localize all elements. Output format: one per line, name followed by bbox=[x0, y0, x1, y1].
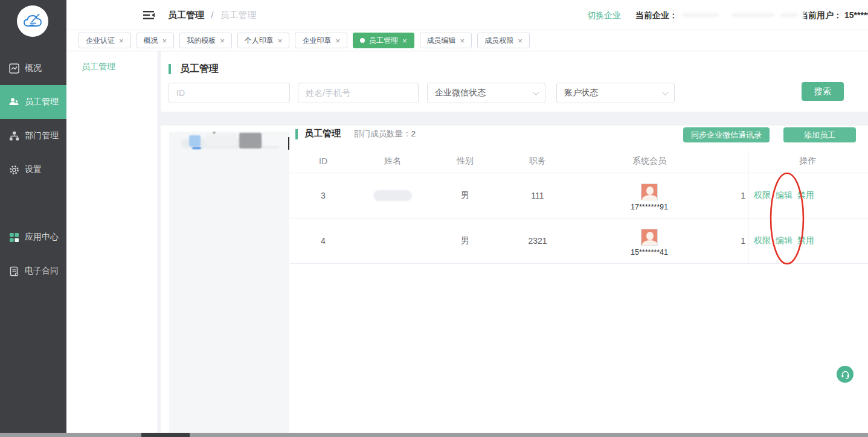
current-user-value: 15*******41 bbox=[844, 10, 868, 20]
search-button[interactable]: 搜索 bbox=[802, 82, 844, 101]
tab-overview[interactable]: 概况× bbox=[137, 33, 175, 48]
edit-link[interactable]: 编辑 bbox=[776, 190, 792, 201]
sidebar-item-label: 部门管理 bbox=[25, 130, 59, 141]
sidebar-item-label: 员工管理 bbox=[25, 97, 59, 107]
sidebar-item-label: 应用中心 bbox=[25, 232, 59, 243]
logo[interactable] bbox=[17, 5, 48, 37]
col-header-actions: 操作 bbox=[748, 150, 868, 173]
horizontal-scrollbar[interactable] bbox=[0, 433, 868, 437]
cell-actions: 权限 编辑 禁用 bbox=[748, 218, 868, 263]
cell-member: 17*******91 bbox=[574, 180, 725, 211]
member-count: 部门成员数量：2 bbox=[354, 129, 416, 139]
sidebar-item-departments[interactable]: 部门管理 bbox=[0, 119, 66, 153]
users-icon bbox=[8, 97, 19, 107]
current-user-label: 当前用户： bbox=[800, 10, 842, 21]
apps-icon bbox=[8, 232, 19, 243]
tab-enterprise-seal[interactable]: 企业印章× bbox=[295, 33, 347, 48]
close-icon[interactable]: × bbox=[518, 37, 522, 45]
sidebar: 概况 员工管理 部门管理 设置 bbox=[0, 0, 66, 437]
app-window: 概况 员工管理 部门管理 设置 bbox=[0, 0, 868, 437]
cell-actions: 权限 编辑 禁用 bbox=[748, 173, 868, 218]
cell-job: 111 bbox=[501, 191, 574, 200]
disable-link[interactable]: 禁用 bbox=[797, 235, 814, 246]
fixed-column-divider bbox=[748, 150, 748, 264]
clipped-cell: 1 bbox=[725, 191, 748, 200]
sidebar-item-e-contract[interactable]: 电子合同 bbox=[0, 254, 66, 288]
sidebar-item-app-center[interactable]: 应用中心 bbox=[0, 220, 66, 254]
sidebar-item-label: 概况 bbox=[25, 63, 42, 74]
current-company-label: 当前企业： bbox=[635, 10, 678, 21]
edit-link[interactable]: 编辑 bbox=[776, 235, 792, 246]
permissions-link[interactable]: 权限 bbox=[754, 235, 771, 246]
department-tree-panel[interactable] bbox=[169, 132, 289, 433]
col-header-name: 姓名 bbox=[356, 156, 429, 167]
col-header-job: 职务 bbox=[501, 156, 574, 167]
redacted-name bbox=[373, 190, 412, 201]
headset-icon bbox=[840, 369, 850, 380]
cell-job: 2321 bbox=[501, 236, 574, 246]
cell-id: 3 bbox=[290, 191, 356, 200]
sidebar-item-overview[interactable]: 概况 bbox=[0, 51, 66, 85]
cursor-artifact bbox=[288, 137, 289, 150]
close-icon[interactable]: × bbox=[119, 37, 124, 45]
table-row: 4 男 2321 15*******41 1 权限 编辑 禁用 bbox=[290, 218, 868, 264]
org-icon bbox=[8, 130, 19, 141]
tab-member-edit[interactable]: 成员编辑× bbox=[420, 33, 472, 48]
subsidebar-item-employees[interactable]: 员工管理 bbox=[66, 51, 158, 81]
member-phone: 15*******41 bbox=[631, 248, 668, 257]
cell-gender: 男 bbox=[429, 235, 501, 246]
active-tab-dot-icon bbox=[360, 38, 365, 43]
tab-my-templates[interactable]: 我的模板× bbox=[179, 33, 232, 48]
close-icon[interactable]: × bbox=[162, 37, 167, 45]
section-accent-bar bbox=[295, 129, 298, 139]
secondary-sidebar: 员工管理 bbox=[66, 51, 158, 433]
section-accent-bar bbox=[169, 64, 171, 74]
sidebar-item-settings[interactable]: 设置 bbox=[0, 153, 66, 187]
tab-member-permissions[interactable]: 成员权限× bbox=[477, 33, 530, 48]
content-panel: 员工管理 部门成员数量：2 同步企业微信通讯录 添加员工 ID 姓名 性别 职务… bbox=[161, 126, 868, 433]
cell-gender: 男 bbox=[429, 190, 501, 201]
sync-wechat-contacts-button[interactable]: 同步企业微信通讯录 bbox=[683, 127, 770, 142]
member-avatar bbox=[641, 229, 658, 246]
contract-icon bbox=[8, 266, 19, 276]
permissions-link[interactable]: 权限 bbox=[754, 190, 771, 201]
clipped-cell: 1 bbox=[725, 236, 748, 246]
table-header-row: ID 姓名 性别 职务 系统会员 操作 bbox=[290, 150, 868, 173]
cell-id: 4 bbox=[290, 236, 356, 246]
id-input[interactable] bbox=[169, 83, 290, 103]
col-header-id: ID bbox=[290, 156, 356, 166]
disable-link[interactable]: 禁用 bbox=[797, 190, 814, 201]
header: 员工管理 / 员工管理 切换企业 当前企业： 厂 当前用户： 15*******… bbox=[66, 0, 868, 30]
close-icon[interactable]: × bbox=[460, 37, 465, 45]
table-row: 3 男 111 17*******91 1 权限 编辑 禁用 bbox=[290, 173, 868, 218]
tab-employee-management[interactable]: 员工管理× bbox=[353, 33, 414, 48]
account-status-select[interactable]: 账户状态 bbox=[556, 83, 675, 103]
cloud-signature-logo-icon bbox=[21, 9, 45, 33]
member-phone: 17*******91 bbox=[631, 203, 668, 211]
col-header-member: 系统会员 bbox=[574, 156, 725, 167]
close-icon[interactable]: × bbox=[335, 37, 340, 45]
sidebar-item-label: 电子合同 bbox=[25, 266, 59, 276]
gear-icon bbox=[8, 164, 19, 175]
add-employee-button[interactable]: 添加员工 bbox=[783, 127, 856, 142]
sidebar-item-employees[interactable]: 员工管理 bbox=[0, 85, 66, 119]
wechat-status-select[interactable]: 企业微信状态 bbox=[427, 83, 545, 103]
help-support-button[interactable] bbox=[837, 366, 854, 383]
chevron-down-icon bbox=[533, 89, 539, 95]
redacted-tree-content bbox=[169, 132, 289, 162]
member-avatar bbox=[641, 183, 658, 200]
close-icon[interactable]: × bbox=[220, 37, 225, 45]
col-header-gender: 性别 bbox=[429, 156, 501, 167]
name-phone-input[interactable] bbox=[298, 83, 419, 103]
tab-enterprise-auth[interactable]: 企业认证× bbox=[79, 33, 131, 48]
cell-member: 15*******41 bbox=[574, 225, 725, 257]
sidebar-item-label: 设置 bbox=[25, 164, 42, 175]
switch-company-link[interactable]: 切换企业 bbox=[587, 10, 621, 21]
table-title: 员工管理 bbox=[304, 128, 341, 139]
tag-tabs-bar: 企业认证× 概况× 我的模板× 个人印章× 企业印章× 员工管理× 成员编辑× … bbox=[66, 30, 868, 51]
close-icon[interactable]: × bbox=[278, 37, 283, 45]
close-icon[interactable]: × bbox=[402, 37, 407, 45]
tab-personal-seal[interactable]: 个人印章× bbox=[237, 33, 290, 48]
scrollbar-thumb[interactable] bbox=[141, 433, 190, 437]
search-panel-title: 员工管理 bbox=[180, 63, 219, 75]
